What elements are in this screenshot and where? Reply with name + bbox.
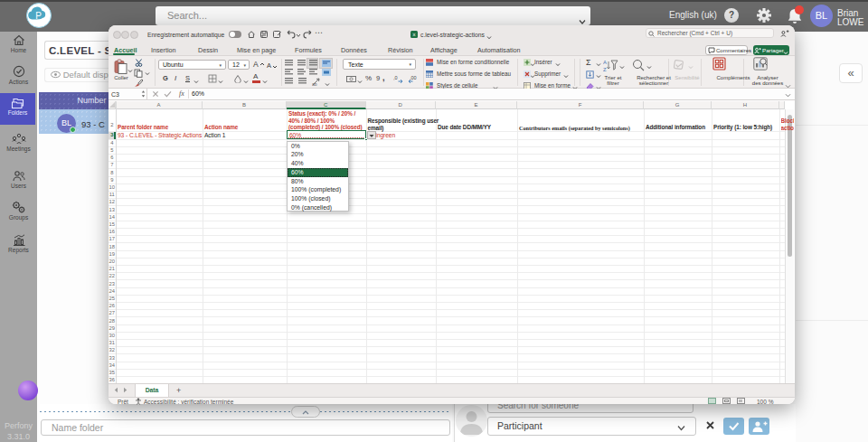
svg-text:P: P	[35, 11, 42, 21]
svg-text:A: A	[603, 60, 607, 65]
svg-text:ab: ab	[312, 81, 317, 87]
svg-text:,0: ,0	[393, 75, 398, 80]
svg-text:,00: ,00	[410, 75, 417, 80]
svg-text:Z: Z	[603, 67, 607, 72]
